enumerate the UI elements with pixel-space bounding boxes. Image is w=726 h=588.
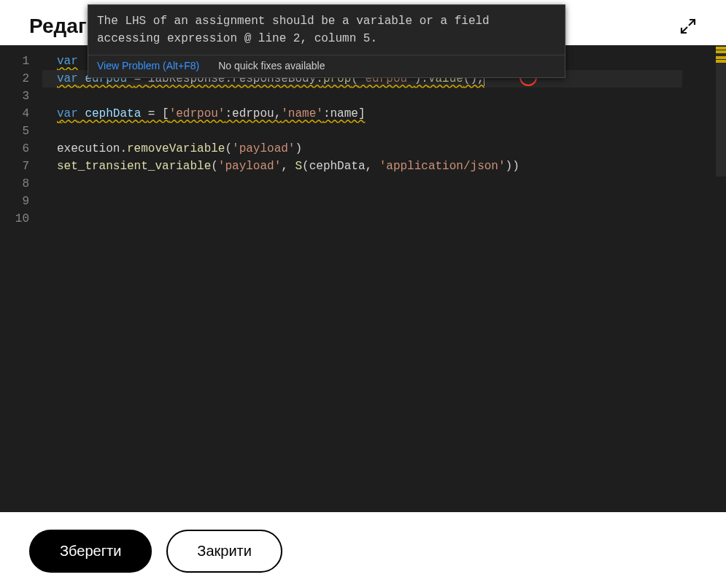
code-line[interactable]: execution.removeVariable('payload') (42, 140, 682, 158)
expand-icon[interactable] (679, 18, 697, 35)
code-area[interactable]: var var edrpou = labResponse.responseBod… (42, 45, 682, 512)
line-gutter: 1 2 3 4 5 6 7 8 9 10 (0, 45, 42, 512)
minimap-marker (716, 60, 726, 63)
line-number: 6 (0, 140, 42, 158)
code-line[interactable]: set_transient_variable('payload', S(ceph… (42, 158, 682, 175)
save-button[interactable]: Зберегти (29, 530, 152, 573)
line-number: 1 (0, 53, 42, 70)
tooltip-actions: View Problem (Alt+F8) No quick fixes ava… (88, 55, 565, 77)
no-quick-fixes-text: No quick fixes available (218, 60, 325, 71)
line-number: 8 (0, 175, 42, 193)
minimap[interactable] (682, 45, 726, 512)
line-number: 5 (0, 123, 42, 140)
code-editor[interactable]: 1 2 3 4 5 6 7 8 9 10 var var edrpou = la… (0, 45, 726, 512)
page-title: Редаг (29, 15, 87, 38)
minimap-marker (716, 47, 726, 50)
error-tooltip: The LHS of an assignment should be a var… (88, 4, 565, 78)
code-line[interactable]: var cephData = ['edrpou':edrpou,'name':n… (42, 105, 682, 123)
line-number: 2 (0, 70, 42, 88)
minimap-marker (716, 56, 726, 59)
code-line[interactable] (42, 210, 682, 228)
tooltip-message: The LHS of an assignment should be a var… (88, 5, 565, 55)
code-line[interactable] (42, 88, 682, 105)
minimap-marker (716, 50, 726, 53)
close-button[interactable]: Закрити (166, 530, 282, 573)
button-bar: Зберегти Закрити (0, 512, 726, 588)
line-number: 7 (0, 158, 42, 175)
code-line[interactable] (42, 175, 682, 193)
line-number: 3 (0, 88, 42, 105)
line-number: 10 (0, 210, 42, 228)
minimap-scrollbar[interactable] (716, 45, 726, 512)
code-line[interactable] (42, 123, 682, 140)
line-number: 4 (0, 105, 42, 123)
code-line[interactable] (42, 193, 682, 210)
line-number: 9 (0, 193, 42, 210)
minimap-viewport[interactable] (716, 45, 726, 177)
view-problem-link[interactable]: View Problem (Alt+F8) (97, 60, 199, 71)
